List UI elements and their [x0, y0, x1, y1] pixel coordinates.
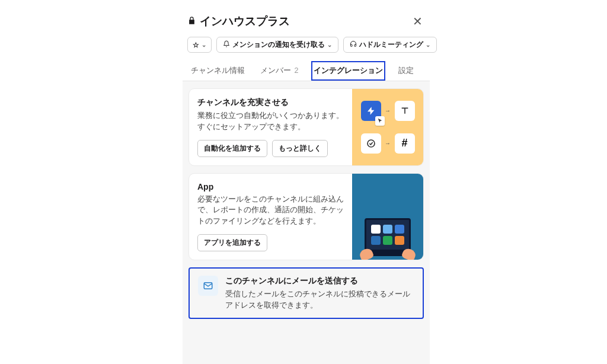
member-count: 2	[294, 66, 298, 75]
tab-members[interactable]: メンバー 2	[258, 61, 301, 81]
headphones-icon	[350, 40, 357, 49]
star-icon: ☆	[193, 41, 199, 49]
app-title: App	[197, 182, 344, 191]
channel-settings-panel: インハウスプラス ✕ ☆ ⌄ メンションの通知を受け取る ⌄ ハドルミーティング…	[183, 12, 430, 364]
bell-icon	[223, 40, 230, 49]
tab-integration[interactable]: インテグレーション	[311, 61, 385, 81]
chevron-down-icon: ⌄	[327, 41, 332, 48]
chevron-down-icon: ⌄	[426, 41, 430, 48]
channel-name: インハウスプラス	[200, 14, 290, 29]
cursor-icon	[375, 116, 385, 126]
app-body: App 必要なツールをこのチャンネルに組み込んで、レポートの作成、通話の開始、チ…	[189, 174, 352, 260]
huddle-label: ハドルミーティング	[359, 40, 423, 50]
hash-icon: #	[395, 133, 415, 154]
learn-more-button[interactable]: もっと詳しく	[272, 140, 328, 157]
arrow-icon: →	[385, 107, 391, 114]
huddle-button[interactable]: ハドルミーティング ⌄	[343, 37, 437, 53]
email-icon	[198, 276, 218, 296]
automation-card: チャンネルを充実させる 業務に役立つ自動化がいくつかあります。すぐにセットアップ…	[189, 88, 424, 166]
email-card[interactable]: このチャンネルにメールを送信する 受信したメールをこのチャンネルに投稿できるメー…	[189, 267, 424, 320]
channel-title: インハウスプラス	[187, 14, 290, 29]
lock-icon	[187, 16, 196, 27]
check-icon	[361, 133, 381, 154]
app-actions: アプリを追加する	[197, 234, 344, 251]
email-desc: 受信したメールをこのチャンネルに投稿できるメールアドレスを取得できます。	[225, 289, 414, 311]
text-icon	[395, 101, 415, 121]
notification-label: メンションの通知を受け取る	[232, 40, 325, 50]
close-button[interactable]: ✕	[410, 12, 425, 31]
automation-desc: 業務に役立つ自動化がいくつかあります。すぐにセットアップできます。	[197, 110, 344, 133]
tabs: チャンネル情報 メンバー 2 インテグレーション 設定	[183, 58, 430, 81]
app-graphic	[352, 174, 423, 260]
automation-actions: 自動化を追加する もっと詳しく	[197, 140, 344, 157]
chevron-down-icon: ⌄	[202, 41, 206, 48]
notification-button[interactable]: メンションの通知を受け取る ⌄	[216, 37, 338, 53]
content-area: チャンネルを充実させる 業務に役立つ自動化がいくつかあります。すぐにセットアップ…	[183, 81, 430, 364]
app-desc: 必要なツールをこのチャンネルに組み込んで、レポートの作成、通話の開始、チケットの…	[197, 194, 344, 227]
laptop-illustration	[361, 218, 414, 260]
toolbar: ☆ ⌄ メンションの通知を受け取る ⌄ ハドルミーティング ⌄	[183, 31, 430, 58]
add-app-button[interactable]: アプリを追加する	[197, 234, 267, 251]
automation-body: チャンネルを充実させる 業務に役立つ自動化がいくつかあります。すぐにセットアップ…	[189, 89, 352, 165]
add-automation-button[interactable]: 自動化を追加する	[197, 140, 267, 157]
automation-title: チャンネルを充実させる	[197, 97, 344, 108]
lightning-icon	[361, 101, 381, 121]
tab-channel-info[interactable]: チャンネル情報	[189, 61, 247, 81]
app-card: App 必要なツールをこのチャンネルに組み込んで、レポートの作成、通話の開始、チ…	[189, 173, 424, 260]
email-title: このチャンネルにメールを送信する	[225, 276, 414, 286]
close-icon: ✕	[413, 15, 423, 28]
panel-header: インハウスプラス ✕	[183, 12, 430, 31]
email-content: このチャンネルにメールを送信する 受信したメールをこのチャンネルに投稿できるメー…	[225, 276, 414, 311]
automation-graphic: → → #	[352, 89, 423, 165]
tab-settings[interactable]: 設定	[396, 61, 416, 81]
arrow-icon: →	[385, 140, 391, 146]
star-button[interactable]: ☆ ⌄	[187, 37, 212, 53]
